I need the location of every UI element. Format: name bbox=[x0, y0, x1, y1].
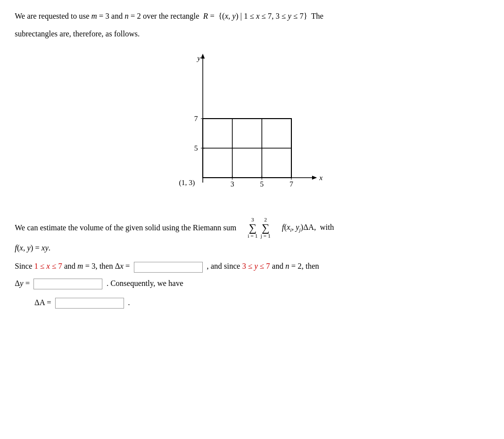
origin-label: (1, 3) bbox=[179, 179, 195, 187]
volume-text: We can estimate the volume of the given … bbox=[15, 221, 236, 235]
the-text: The bbox=[311, 12, 323, 20]
after-sigma-text: f(xi, yj)ΔA, with bbox=[282, 220, 334, 235]
svg-marker-1 bbox=[201, 54, 205, 59]
graph-container: y x 7 5 bbox=[158, 50, 346, 207]
x-axis-label: x bbox=[319, 174, 323, 182]
intro-paragraph: We are requested to use m = 3 and n = 2 … bbox=[15, 10, 489, 23]
y-axis-label: y bbox=[196, 54, 201, 62]
sigma-i: 3 ∑ i = 1 bbox=[248, 217, 257, 239]
sigma-i-symbol: ∑ bbox=[249, 222, 256, 233]
sigma-i-bottom: i = 1 bbox=[248, 233, 257, 239]
double-sigma: 3 ∑ i = 1 2 ∑ j = 1 bbox=[246, 217, 272, 239]
graph-area: y x 7 5 bbox=[15, 50, 489, 207]
x-tick-3: 3 bbox=[230, 180, 234, 188]
sigma-j: 2 ∑ j = 1 bbox=[260, 217, 270, 239]
riemann-line: We can estimate the volume of the given … bbox=[15, 217, 489, 239]
since-line: Since 1 ≤ x ≤ 7 and m = 3, then Δx = , a… bbox=[15, 259, 489, 274]
riemann-section: We can estimate the volume of the given … bbox=[15, 217, 489, 239]
subrectangles-text: subrectangles are, therefore, as follows… bbox=[15, 28, 489, 40]
x-range: 1 ≤ x ≤ 7 bbox=[34, 262, 63, 270]
fx-line: f(x, y) = xy. bbox=[15, 244, 489, 252]
delta-a-input[interactable] bbox=[55, 298, 124, 309]
delta-x-input[interactable] bbox=[134, 262, 203, 273]
page-wrapper: We are requested to use m = 3 and n = 2 … bbox=[15, 10, 489, 310]
delta-y-line: Δy = . Consequently, we have bbox=[15, 277, 489, 291]
da-line: ΔA = . bbox=[15, 296, 489, 310]
y-tick-5: 5 bbox=[194, 144, 198, 152]
svg-marker-3 bbox=[312, 176, 317, 180]
x-tick-7: 7 bbox=[289, 180, 293, 188]
y-range: 3 ≤ y ≤ 7 bbox=[242, 262, 270, 270]
coordinate-graph: y x 7 5 bbox=[158, 50, 346, 207]
delta-y-input[interactable] bbox=[33, 279, 102, 289]
x-tick-5: 5 bbox=[260, 180, 264, 188]
y-tick-7: 7 bbox=[194, 115, 198, 123]
sigma-j-bottom: j = 1 bbox=[260, 233, 270, 239]
sigma-j-symbol: ∑ bbox=[262, 222, 270, 233]
